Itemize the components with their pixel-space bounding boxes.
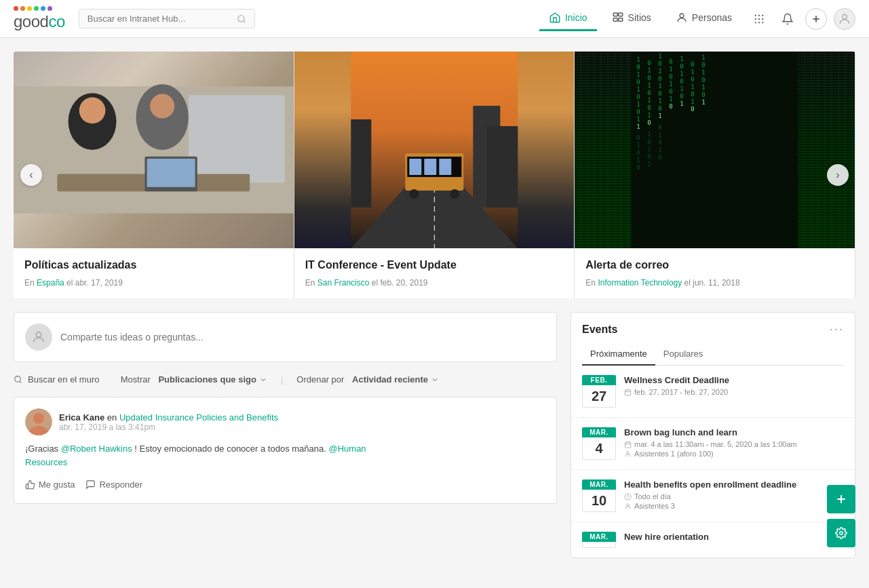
event-name-1[interactable]: Brown bag lunch and learn (624, 427, 844, 437)
svg-rect-31 (486, 126, 518, 208)
svg-text:0: 0 (637, 149, 640, 156)
event-details-1: Brown bag lunch and learn mar. 4 a las 1… (624, 427, 844, 459)
svg-point-10 (755, 18, 756, 19)
svg-text:1: 1 (659, 132, 662, 138)
fab-gear-button[interactable] (827, 519, 855, 547)
svg-text:1: 1 (637, 56, 640, 63)
svg-text:1: 1 (637, 86, 640, 93)
events-more-button[interactable]: ··· (830, 322, 844, 336)
search-bar[interactable] (79, 9, 255, 28)
feed-divider: | (281, 374, 283, 385)
svg-text:0: 0 (637, 134, 640, 141)
events-title: Events (582, 324, 617, 336)
svg-point-18 (843, 14, 847, 19)
carousel-meta-2: En Information Technology el jun. 11, 20… (585, 278, 844, 288)
feed-controls: Buscar en el muro Mostrar Publicaciones … (14, 372, 557, 387)
user-avatar-button[interactable] (834, 8, 855, 30)
main-content: ‹ (0, 38, 869, 572)
mention-robert[interactable]: @Robert Hawkins (61, 444, 132, 454)
nav-item-personas[interactable]: Personas (666, 6, 741, 31)
nav-item-sitios[interactable]: Sitios (602, 6, 661, 31)
post-actions-0: Me gusta Responder (25, 477, 545, 492)
svg-text:1: 1 (648, 161, 651, 168)
events-sidebar: Events ··· Próximamente Populares FEB. 2… (571, 312, 855, 558)
apps-button[interactable] (748, 8, 770, 30)
search-feed-icon (14, 375, 22, 384)
svg-text:1: 1 (702, 99, 706, 106)
carousel-meta-prefix-0: En (24, 278, 35, 288)
svg-point-129 (627, 503, 630, 506)
event-month-1: MAR. (582, 427, 616, 437)
like-button[interactable]: Me gusta (25, 477, 75, 492)
post-context-link[interactable]: Updated Insurance Policies and Benefits (119, 412, 278, 423)
sort-filter-button[interactable]: Ordenar por Actividad reciente (291, 372, 444, 387)
event-name-3[interactable]: New hire orientation (624, 532, 844, 542)
event-name-2[interactable]: Health benefits open enrollment deadline (624, 479, 844, 490)
svg-text:0: 0 (659, 75, 662, 82)
carousel-info-1: IT Conference - Event Update En San Fran… (294, 248, 575, 298)
svg-text:0: 0 (637, 94, 640, 100)
main-nav: Inicio Sitios Personas (539, 6, 741, 31)
svg-rect-41 (632, 52, 798, 248)
event-meta-attendees-1: Asistentes 1 (aforo 100) (624, 450, 844, 458)
carousel-next-button[interactable]: › (827, 164, 849, 186)
svg-rect-4 (613, 18, 617, 22)
event-date-2: MAR. 10 (582, 479, 616, 512)
carousel-meta-0: En España el abr. 17, 2019 (24, 278, 283, 288)
matrix-image: 101 010 101 010 101 01 101 010 10 010 10… (575, 52, 855, 248)
carousel-meta-link-2[interactable]: Information Technology (598, 278, 682, 288)
svg-text:0: 0 (670, 103, 673, 110)
svg-text:1: 1 (670, 81, 673, 87)
event-name-0[interactable]: Wellness Credit Deadline (624, 375, 844, 385)
svg-text:1: 1 (670, 66, 673, 73)
fab-plus-button[interactable] (827, 485, 855, 513)
carousel-prev-button[interactable]: ‹ (20, 164, 42, 186)
svg-text:0: 0 (659, 124, 662, 131)
post-avatar-image (25, 408, 52, 435)
feed-section: Buscar en el muro Mostrar Publicaciones … (14, 312, 557, 504)
event-date-0: FEB. 27 (582, 375, 616, 408)
compose-user-icon (31, 330, 46, 345)
event-day-1: 4 (582, 437, 616, 460)
sort-value: Actividad reciente (352, 374, 428, 385)
show-filter-button[interactable]: Mostrar Publicaciones que sigo (115, 372, 273, 387)
post-author-link[interactable]: Erica Kane (59, 412, 104, 423)
event-meta-date-0: feb. 27, 2017 - feb. 27, 2020 (624, 388, 844, 396)
svg-text:1: 1 (648, 82, 651, 89)
svg-text:1: 1 (702, 54, 706, 61)
event-details-0: Wellness Credit Deadline feb. 27, 2017 -… (624, 375, 844, 397)
svg-point-24 (150, 94, 174, 118)
create-button[interactable] (805, 8, 827, 30)
nav-item-inicio[interactable]: Inicio (539, 6, 597, 31)
carousel-meta-link-0[interactable]: España (37, 278, 64, 288)
svg-text:0: 0 (680, 93, 684, 100)
tab-populares[interactable]: Populares (655, 343, 712, 366)
reply-button[interactable]: Responder (85, 477, 142, 492)
post-user-info-0: Erica Kane en Updated Insurance Policies… (59, 412, 278, 432)
event-item-1: MAR. 4 Brown bag lunch and learn mar. 4 … (571, 418, 855, 470)
svg-text:1: 1 (680, 85, 684, 92)
carousel-meta-date-0: el abr. 17, 2019 (66, 278, 123, 288)
search-feed-label: Buscar en el muro (28, 374, 100, 385)
svg-text:0: 0 (702, 62, 706, 68)
svg-text:1: 1 (648, 146, 651, 153)
svg-text:0: 0 (680, 63, 684, 70)
carousel-meta-link-1[interactable]: San Francisco (317, 278, 370, 288)
event-item-0: FEB. 27 Wellness Credit Deadline feb. 27… (571, 366, 855, 418)
svg-text:1: 1 (637, 123, 640, 130)
post-user-name-0: Erica Kane en Updated Insurance Policies… (59, 412, 278, 423)
svg-text:1: 1 (659, 98, 662, 104)
logo[interactable]: goodco (14, 6, 65, 31)
svg-text:0: 0 (659, 90, 662, 97)
post-input[interactable] (60, 332, 545, 342)
svg-rect-20 (189, 95, 285, 182)
notifications-button[interactable] (777, 8, 798, 30)
svg-text:1: 1 (691, 68, 695, 75)
svg-text:0: 0 (637, 64, 640, 71)
dot-purple (47, 6, 52, 11)
search-input[interactable] (88, 14, 233, 24)
chevron-down-icon (259, 376, 267, 384)
svg-text:1: 1 (648, 97, 651, 104)
svg-text:0: 0 (670, 73, 673, 80)
tab-proximamente[interactable]: Próximamente (582, 343, 655, 366)
